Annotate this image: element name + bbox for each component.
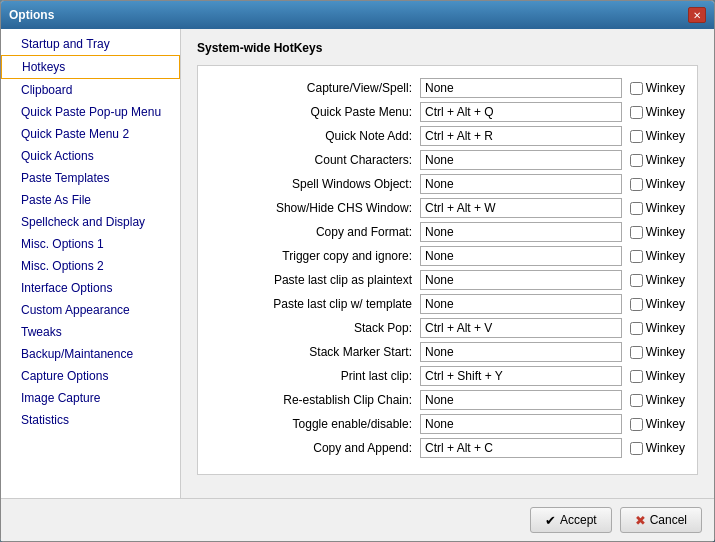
sidebar-item-capture-options[interactable]: Capture Options [1, 365, 180, 387]
hotkey-label: Quick Note Add: [210, 129, 420, 143]
hotkey-input-6[interactable] [420, 222, 622, 242]
winkey-checkbox-9[interactable] [630, 298, 643, 311]
sidebar-item-custom-appearance[interactable]: Custom Appearance [1, 299, 180, 321]
hotkey-row: Paste last clip w/ templateWinkey [210, 294, 685, 314]
winkey-label: Winkey [646, 153, 685, 167]
hotkey-row: Copy and Format:Winkey [210, 222, 685, 242]
sidebar: Startup and TrayHotkeysClipboardQuick Pa… [1, 29, 181, 498]
winkey-checkbox-6[interactable] [630, 226, 643, 239]
accept-icon: ✔ [545, 513, 556, 528]
winkey-checkbox-15[interactable] [630, 442, 643, 455]
sidebar-item-statistics[interactable]: Statistics [1, 409, 180, 431]
hotkey-row: Quick Paste Menu:Winkey [210, 102, 685, 122]
hotkey-label: Stack Marker Start: [210, 345, 420, 359]
accept-label: Accept [560, 513, 597, 527]
content-area: System-wide HotKeys Capture/View/Spell:W… [181, 29, 714, 498]
winkey-checkbox-8[interactable] [630, 274, 643, 287]
hotkey-input-5[interactable] [420, 198, 622, 218]
dialog-body: Startup and TrayHotkeysClipboardQuick Pa… [1, 29, 714, 498]
sidebar-item-clipboard[interactable]: Clipboard [1, 79, 180, 101]
winkey-checkbox-10[interactable] [630, 322, 643, 335]
hotkey-input-10[interactable] [420, 318, 622, 338]
winkey-group: Winkey [630, 201, 685, 215]
winkey-label: Winkey [646, 297, 685, 311]
hotkey-row: Stack Marker Start:Winkey [210, 342, 685, 362]
winkey-checkbox-12[interactable] [630, 370, 643, 383]
winkey-group: Winkey [630, 105, 685, 119]
title-bar: Options ✕ [1, 1, 714, 29]
winkey-group: Winkey [630, 177, 685, 191]
sidebar-item-hotkeys[interactable]: Hotkeys [1, 55, 180, 79]
sidebar-item-startup[interactable]: Startup and Tray [1, 33, 180, 55]
hotkey-label: Trigger copy and ignore: [210, 249, 420, 263]
winkey-group: Winkey [630, 369, 685, 383]
winkey-label: Winkey [646, 273, 685, 287]
winkey-label: Winkey [646, 345, 685, 359]
winkey-label: Winkey [646, 225, 685, 239]
sidebar-item-paste-templates[interactable]: Paste Templates [1, 167, 180, 189]
hotkey-input-12[interactable] [420, 366, 622, 386]
hotkey-input-14[interactable] [420, 414, 622, 434]
sidebar-item-misc1[interactable]: Misc. Options 1 [1, 233, 180, 255]
hotkey-label: Show/Hide CHS Window: [210, 201, 420, 215]
sidebar-item-quick-paste-popup[interactable]: Quick Paste Pop-up Menu [1, 101, 180, 123]
winkey-group: Winkey [630, 81, 685, 95]
winkey-checkbox-7[interactable] [630, 250, 643, 263]
sidebar-item-misc2[interactable]: Misc. Options 2 [1, 255, 180, 277]
winkey-checkbox-11[interactable] [630, 346, 643, 359]
winkey-label: Winkey [646, 249, 685, 263]
winkey-label: Winkey [646, 177, 685, 191]
hotkey-label: Paste last clip as plaintext [210, 273, 420, 287]
hotkey-input-7[interactable] [420, 246, 622, 266]
sidebar-item-paste-as-file[interactable]: Paste As File [1, 189, 180, 211]
winkey-checkbox-5[interactable] [630, 202, 643, 215]
hotkey-label: Copy and Append: [210, 441, 420, 455]
winkey-label: Winkey [646, 81, 685, 95]
winkey-checkbox-0[interactable] [630, 82, 643, 95]
accept-button[interactable]: ✔ Accept [530, 507, 612, 533]
hotkey-label: Count Characters: [210, 153, 420, 167]
winkey-group: Winkey [630, 273, 685, 287]
winkey-checkbox-13[interactable] [630, 394, 643, 407]
winkey-label: Winkey [646, 441, 685, 455]
hotkey-input-0[interactable] [420, 78, 622, 98]
section-title: System-wide HotKeys [197, 41, 698, 55]
sidebar-item-spellcheck[interactable]: Spellcheck and Display [1, 211, 180, 233]
winkey-checkbox-2[interactable] [630, 130, 643, 143]
sidebar-item-image-capture[interactable]: Image Capture [1, 387, 180, 409]
sidebar-item-quick-actions[interactable]: Quick Actions [1, 145, 180, 167]
hotkey-input-4[interactable] [420, 174, 622, 194]
hotkey-row: Spell Windows Object:Winkey [210, 174, 685, 194]
winkey-checkbox-14[interactable] [630, 418, 643, 431]
hotkey-label: Stack Pop: [210, 321, 420, 335]
hotkey-row: Paste last clip as plaintextWinkey [210, 270, 685, 290]
winkey-checkbox-3[interactable] [630, 154, 643, 167]
winkey-label: Winkey [646, 417, 685, 431]
hotkey-input-3[interactable] [420, 150, 622, 170]
sidebar-item-interface[interactable]: Interface Options [1, 277, 180, 299]
hotkey-input-9[interactable] [420, 294, 622, 314]
winkey-group: Winkey [630, 153, 685, 167]
hotkey-label: Toggle enable/disable: [210, 417, 420, 431]
hotkey-input-2[interactable] [420, 126, 622, 146]
hotkey-input-8[interactable] [420, 270, 622, 290]
winkey-checkbox-4[interactable] [630, 178, 643, 191]
sidebar-item-backup[interactable]: Backup/Maintanence [1, 343, 180, 365]
close-button[interactable]: ✕ [688, 7, 706, 23]
hotkey-label: Quick Paste Menu: [210, 105, 420, 119]
cancel-button[interactable]: ✖ Cancel [620, 507, 702, 533]
winkey-checkbox-1[interactable] [630, 106, 643, 119]
hotkey-input-1[interactable] [420, 102, 622, 122]
winkey-group: Winkey [630, 441, 685, 455]
hotkey-input-11[interactable] [420, 342, 622, 362]
hotkey-label: Print last clip: [210, 369, 420, 383]
dialog-footer: ✔ Accept ✖ Cancel [1, 498, 714, 541]
winkey-label: Winkey [646, 393, 685, 407]
hotkey-row: Capture/View/Spell:Winkey [210, 78, 685, 98]
sidebar-item-quick-paste-menu2[interactable]: Quick Paste Menu 2 [1, 123, 180, 145]
hotkey-input-15[interactable] [420, 438, 622, 458]
hotkey-label: Capture/View/Spell: [210, 81, 420, 95]
hotkey-input-13[interactable] [420, 390, 622, 410]
hotkey-row: Trigger copy and ignore:Winkey [210, 246, 685, 266]
sidebar-item-tweaks[interactable]: Tweaks [1, 321, 180, 343]
